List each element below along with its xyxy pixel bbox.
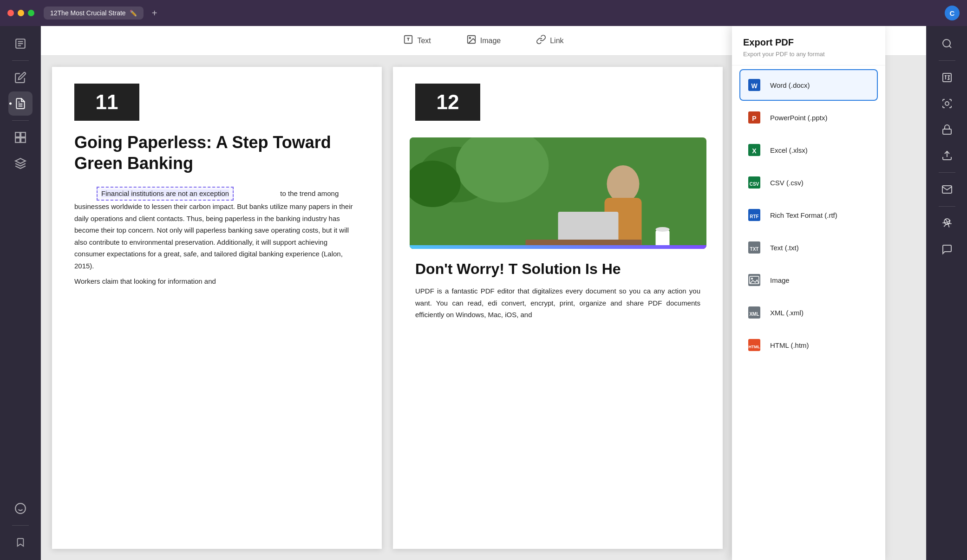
svg-text:XML: XML — [749, 312, 759, 317]
export-label-txt: Text (.txt) — [770, 244, 799, 252]
rsidebar-search[interactable] — [935, 32, 959, 56]
export-subtitle: Export your PDF to any format — [743, 51, 874, 58]
active-dot — [9, 103, 12, 105]
export-label-html: HTML (.htm) — [770, 341, 809, 349]
export-label-rtf: Rich Text Format (.rtf) — [770, 211, 837, 219]
sidebar-icon-document[interactable] — [8, 32, 33, 56]
toolbar-link-label: Link — [550, 37, 563, 45]
svg-rect-9 — [21, 138, 26, 143]
export-header: Export PDF Export your PDF to any format — [732, 26, 885, 65]
export-list: W Word (.docx) P PowerPoint (.pptx) — [732, 65, 885, 365]
export-item-word[interactable]: W Word (.docx) — [739, 69, 878, 101]
svg-text:W: W — [751, 82, 758, 90]
excel-icon: X — [746, 142, 763, 158]
export-title: Export PDF — [743, 37, 874, 48]
svg-rect-51 — [943, 73, 951, 82]
sidebar-icon-layers[interactable] — [8, 151, 33, 176]
html-icon: HTML — [746, 337, 763, 353]
sidebar-icon-pages[interactable] — [8, 125, 33, 150]
main-layout: Text Image Link — [0, 26, 967, 560]
export-item-csv[interactable]: CSV CSV (.csv) — [739, 167, 878, 198]
export-label-xml: XML (.xml) — [770, 309, 804, 317]
export-item-html[interactable]: HTML HTML (.htm) — [739, 329, 878, 361]
page-11-number: 11 — [96, 91, 118, 114]
image-export-icon — [746, 272, 763, 288]
svg-point-23 — [607, 165, 639, 202]
right-sidebar — [926, 26, 967, 560]
toolbar-image-label: Image — [480, 37, 501, 45]
txt-icon: TXT — [746, 239, 763, 256]
img-border-gradient — [410, 245, 706, 249]
toolbar-image-button[interactable]: Image — [460, 32, 507, 50]
rsidebar-badge[interactable] — [935, 211, 959, 235]
page-12-body: UPDF is a fantastic PDF editor that digi… — [415, 285, 700, 321]
rsidebar-mail[interactable] — [935, 177, 959, 202]
sidebar-icon-bookmark[interactable] — [8, 530, 33, 554]
sidebar-icon-sticker[interactable] — [8, 496, 33, 521]
tab-title[interactable]: 12The Most Crucial Strate ✏️ — [44, 7, 144, 20]
export-item-excel[interactable]: X Excel (.xlsx) — [739, 134, 878, 166]
svg-rect-6 — [15, 132, 20, 137]
svg-line-50 — [949, 46, 951, 48]
toolbar-link-button[interactable]: Link — [529, 32, 570, 50]
svg-text:CSV: CSV — [750, 182, 759, 187]
export-pdf-panel: Export PDF Export your PDF to any format… — [732, 26, 885, 560]
svg-marker-10 — [15, 158, 26, 163]
svg-point-29 — [655, 227, 669, 232]
rsidebar-upload[interactable] — [935, 143, 959, 168]
highlighted-text: Financial institutions are not an except… — [101, 189, 229, 197]
svg-text:P: P — [752, 115, 756, 122]
svg-text:HTML: HTML — [749, 345, 760, 349]
export-item-rtf[interactable]: RTF Rich Text Format (.rtf) — [739, 199, 878, 231]
page-11-number-box: 11 — [74, 84, 139, 121]
export-item-ppt[interactable]: P PowerPoint (.pptx) — [739, 102, 878, 133]
rsidebar-protect[interactable] — [935, 117, 959, 142]
traffic-light-green[interactable] — [28, 10, 34, 16]
page-12-image — [410, 137, 706, 249]
sidebar-icon-annotate[interactable] — [8, 91, 33, 116]
csv-icon: CSV — [746, 174, 763, 191]
svg-rect-53 — [943, 129, 951, 134]
traffic-light-red[interactable] — [7, 10, 14, 16]
traffic-light-yellow[interactable] — [18, 10, 24, 16]
export-item-image[interactable]: Image — [739, 264, 878, 296]
svg-text:X: X — [752, 147, 757, 155]
sidebar-divider-1 — [12, 60, 29, 61]
page-12: 12 — [393, 67, 723, 549]
export-label-word: Word (.docx) — [770, 81, 810, 89]
image-tool-icon — [466, 34, 477, 47]
left-sidebar — [0, 26, 41, 560]
page-11-para2: Workers claim that looking for informati… — [74, 275, 359, 287]
export-label-image: Image — [770, 276, 790, 284]
rsidebar-divider-3 — [939, 206, 955, 207]
svg-point-18 — [469, 37, 470, 39]
export-item-xml[interactable]: XML XML (.xml) — [739, 297, 878, 328]
sidebar-divider-2 — [12, 120, 29, 121]
export-item-txt[interactable]: TXT Text (.txt) — [739, 232, 878, 263]
content-area: Text Image Link — [41, 26, 926, 560]
ppt-icon: P — [746, 109, 763, 126]
text-tool-icon — [403, 34, 413, 47]
link-tool-icon — [536, 34, 546, 47]
page-12-number: 12 — [437, 91, 459, 114]
rsidebar-ocr[interactable] — [935, 65, 959, 90]
page-11: 11 Going Paperless: A Step Toward Green … — [52, 67, 382, 549]
sidebar-icon-edit[interactable] — [8, 65, 33, 90]
svg-rect-28 — [655, 230, 669, 247]
rsidebar-chat[interactable] — [935, 237, 959, 261]
export-label-csv: CSV (.csv) — [770, 179, 804, 187]
page-12-img-placeholder — [410, 137, 706, 249]
xml-icon: XML — [746, 304, 763, 321]
tab-title-text: 12The Most Crucial Strate — [50, 9, 126, 17]
svg-text:RTF: RTF — [750, 214, 758, 219]
add-tab-button[interactable]: + — [152, 8, 157, 19]
traffic-lights — [7, 10, 34, 16]
page-11-title: Going Paperless: A Step Toward Green Ban… — [74, 132, 359, 174]
toolbar-text-button[interactable]: Text — [397, 32, 437, 50]
rsidebar-scan[interactable] — [935, 91, 959, 116]
svg-text:TXT: TXT — [750, 247, 759, 252]
edit-tab-icon[interactable]: ✏️ — [130, 10, 137, 17]
svg-point-44 — [751, 278, 753, 280]
toolbar-text-label: Text — [417, 37, 431, 45]
svg-point-11 — [15, 503, 26, 514]
